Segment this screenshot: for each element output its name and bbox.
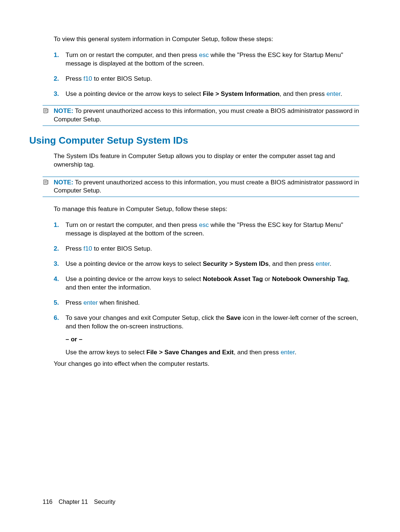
note-body: NOTE: To prevent unauthorized access to … bbox=[54, 178, 359, 195]
key-f10: f10 bbox=[83, 75, 92, 82]
text: Use a pointing device or the arrow keys … bbox=[66, 275, 203, 282]
step-number: 5. bbox=[54, 299, 66, 307]
text: , and then press bbox=[269, 260, 316, 267]
note-icon bbox=[43, 107, 54, 116]
step-number: 1. bbox=[54, 51, 66, 60]
list-item: 5. Press enter when finished. bbox=[54, 299, 359, 307]
text: Press bbox=[66, 75, 83, 82]
text: Use a pointing device or the arrow keys … bbox=[66, 260, 203, 267]
note-text: To prevent unauthorized access to this i… bbox=[54, 179, 359, 194]
text: or bbox=[263, 275, 272, 282]
key-enter: enter bbox=[316, 260, 330, 267]
text: Use the arrow keys to select bbox=[66, 349, 146, 356]
text: Use a pointing device or the arrow keys … bbox=[66, 90, 203, 97]
text: , and then press bbox=[234, 349, 281, 356]
alt-instruction: Use the arrow keys to select File > Save… bbox=[66, 348, 359, 357]
key-f10: f10 bbox=[83, 245, 92, 252]
text: . bbox=[294, 349, 296, 356]
section2-intro2: To manage this feature in Computer Setup… bbox=[54, 205, 359, 214]
text: Press bbox=[66, 245, 83, 252]
key-esc: esc bbox=[199, 221, 209, 228]
or-separator: – or – bbox=[66, 335, 359, 344]
step-number: 2. bbox=[54, 75, 66, 83]
option-asset-tag: Notebook Asset Tag bbox=[203, 275, 263, 282]
step-body: Press f10 to enter BIOS Setup. bbox=[66, 75, 359, 83]
key-enter: enter bbox=[83, 299, 98, 306]
note-block: NOTE: To prevent unauthorized access to … bbox=[43, 105, 359, 126]
step-body: To save your changes and exit Computer S… bbox=[66, 314, 359, 357]
step-number: 3. bbox=[54, 90, 66, 98]
list-item: 2. Press f10 to enter BIOS Setup. bbox=[54, 245, 359, 253]
save-icon-label: Save bbox=[226, 314, 241, 321]
note-body: NOTE: To prevent unauthorized access to … bbox=[54, 107, 359, 124]
list-item: 2. Press f10 to enter BIOS Setup. bbox=[54, 75, 359, 83]
section2-outro: Your changes go into effect when the com… bbox=[54, 360, 359, 368]
section1-intro: To view this general system information … bbox=[54, 35, 359, 44]
page-number: 116 bbox=[43, 499, 53, 505]
menu-path: File > Save Changes and Exit bbox=[146, 349, 234, 356]
text: Turn on or restart the computer, and the… bbox=[66, 221, 199, 228]
list-item: 1. Turn on or restart the computer, and … bbox=[54, 221, 359, 238]
step-body: Press enter when finished. bbox=[66, 299, 359, 307]
key-enter: enter bbox=[326, 90, 340, 97]
list-item: 4. Use a pointing device or the arrow ke… bbox=[54, 275, 359, 292]
note-label: NOTE: bbox=[54, 107, 73, 114]
chapter-title: Security bbox=[94, 499, 116, 505]
step-number: 4. bbox=[54, 275, 66, 284]
section2-heading: Using Computer Setup System IDs bbox=[29, 134, 359, 147]
note-block: NOTE: To prevent unauthorized access to … bbox=[43, 177, 359, 197]
menu-path: File > System Information bbox=[203, 90, 279, 97]
note-icon bbox=[43, 178, 54, 187]
list-item: 3. Use a pointing device or the arrow ke… bbox=[54, 260, 359, 268]
section2-steps: 1. Turn on or restart the computer, and … bbox=[54, 221, 359, 357]
chapter-label: Chapter 11 bbox=[59, 499, 88, 505]
step-number: 1. bbox=[54, 221, 66, 230]
key-enter: enter bbox=[281, 349, 295, 356]
text: to enter BIOS Setup. bbox=[92, 75, 152, 82]
section2-intro: The System IDs feature in Computer Setup… bbox=[54, 152, 359, 169]
step-body: Use a pointing device or the arrow keys … bbox=[66, 90, 359, 98]
list-item: 3. Use a pointing device or the arrow ke… bbox=[54, 90, 359, 98]
step-number: 6. bbox=[54, 314, 66, 322]
step-number: 2. bbox=[54, 245, 66, 253]
key-esc: esc bbox=[199, 51, 209, 58]
step-body: Use a pointing device or the arrow keys … bbox=[66, 260, 359, 268]
page-footer: 116 Chapter 11 Security bbox=[43, 498, 116, 506]
text: when finished. bbox=[98, 299, 140, 306]
list-item: 6. To save your changes and exit Compute… bbox=[54, 314, 359, 357]
list-item: 1. Turn on or restart the computer, and … bbox=[54, 51, 359, 68]
step-body: Press f10 to enter BIOS Setup. bbox=[66, 245, 359, 253]
menu-path: Security > System IDs bbox=[203, 260, 269, 267]
section1-steps: 1. Turn on or restart the computer, and … bbox=[54, 51, 359, 98]
text: . bbox=[340, 90, 342, 97]
text: To save your changes and exit Computer S… bbox=[66, 314, 226, 321]
step-body: Turn on or restart the computer, and the… bbox=[66, 221, 359, 238]
step-body: Turn on or restart the computer, and the… bbox=[66, 51, 359, 68]
note-text: To prevent unauthorized access to this i… bbox=[54, 107, 359, 123]
text: to enter BIOS Setup. bbox=[92, 245, 152, 252]
text: , and then press bbox=[280, 90, 327, 97]
text: Turn on or restart the computer, and the… bbox=[66, 51, 199, 58]
text: . bbox=[330, 260, 331, 267]
text: Press bbox=[66, 299, 83, 306]
note-label: NOTE: bbox=[54, 179, 73, 186]
option-ownership-tag: Notebook Ownership Tag bbox=[272, 275, 348, 282]
step-body: Use a pointing device or the arrow keys … bbox=[66, 275, 359, 292]
step-number: 3. bbox=[54, 260, 66, 268]
